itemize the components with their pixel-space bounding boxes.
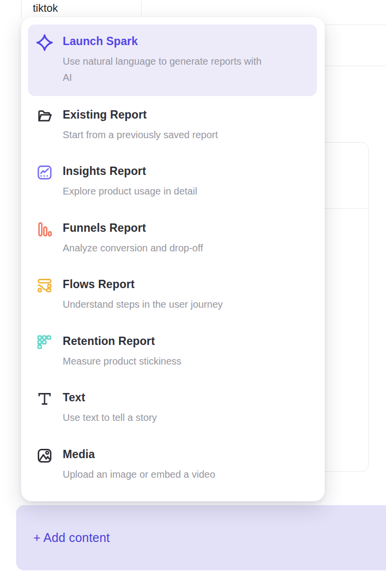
menu-item-title: Existing Report xyxy=(63,107,218,122)
menu-item-insights-report[interactable]: Insights Report Explore product usage in… xyxy=(36,164,316,199)
menu-item-title: Launch Spark xyxy=(63,34,262,49)
spark-icon xyxy=(36,34,53,51)
menu-item-title: Flows Report xyxy=(63,277,223,292)
add-content-label: + Add content xyxy=(33,531,110,545)
insights-chart-icon xyxy=(36,164,53,181)
menu-item-subtitle: Upload an image or embed a video xyxy=(63,466,215,483)
flows-icon xyxy=(36,277,53,294)
menu-item-funnels-report[interactable]: Funnels Report Analyze conversion and dr… xyxy=(36,220,316,256)
menu-item-title: Retention Report xyxy=(63,334,181,348)
add-content-button[interactable]: + Add content xyxy=(16,505,386,570)
folder-open-icon xyxy=(36,107,53,125)
menu-item-launch-spark[interactable]: Launch Spark Use natural language to gen… xyxy=(36,34,316,86)
menu-item-flows-report[interactable]: Flows Report Understand steps in the use… xyxy=(36,277,316,313)
background-cell-text: tiktok xyxy=(33,1,58,16)
menu-item-subtitle: Explore product usage in detail xyxy=(63,183,197,199)
menu-item-text[interactable]: Text Use text to tell a story xyxy=(36,390,316,426)
menu-item-subtitle: Analyze conversion and drop-off xyxy=(63,240,203,256)
menu-item-subtitle: Measure product stickiness xyxy=(63,353,181,369)
menu-item-retention-report[interactable]: Retention Report Measure product stickin… xyxy=(36,334,316,369)
add-content-menu: Launch Spark Use natural language to gen… xyxy=(21,17,325,501)
menu-item-title: Funnels Report xyxy=(63,220,203,235)
menu-item-subtitle: Use natural language to generate reports… xyxy=(63,53,262,86)
text-icon xyxy=(36,390,53,408)
media-image-icon xyxy=(36,447,53,465)
menu-item-subtitle: Use text to tell a story xyxy=(63,410,157,426)
background-column-border-2 xyxy=(141,0,142,16)
menu-item-media[interactable]: Media Upload an image or embed a video xyxy=(36,447,316,483)
menu-item-subtitle: Start from a previously saved report xyxy=(63,127,218,143)
menu-item-title: Insights Report xyxy=(63,164,197,178)
funnel-bars-icon xyxy=(36,220,53,238)
background-column-border xyxy=(21,0,22,19)
menu-item-existing-report[interactable]: Existing Report Start from a previously … xyxy=(36,107,316,143)
background-row-border-2 xyxy=(325,66,386,66)
menu-item-title: Text xyxy=(63,390,157,405)
menu-item-title: Media xyxy=(63,447,215,462)
background-row-border-1 xyxy=(325,24,386,25)
menu-item-subtitle: Understand steps in the user journey xyxy=(63,296,223,313)
retention-grid-icon xyxy=(36,334,53,351)
